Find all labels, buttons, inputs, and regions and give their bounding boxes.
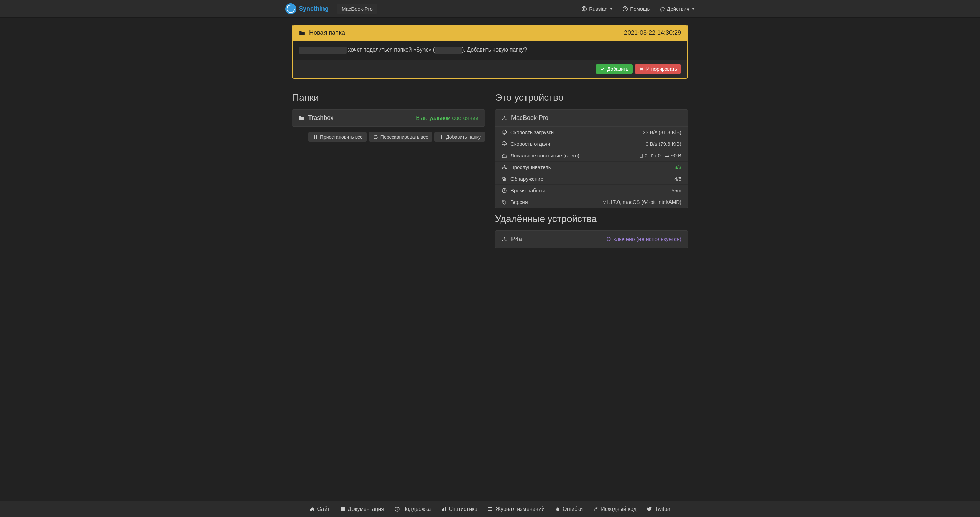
home-icon [310, 506, 315, 512]
cog-icon [659, 6, 665, 11]
globe-icon [581, 6, 587, 11]
cloud-download-icon [501, 130, 507, 135]
pending-folder-alert: Новая папка 2021-08-22 14:30:29 . хочет … [292, 25, 688, 78]
pause-all-button[interactable]: Приостановить все [309, 132, 367, 142]
caret-down-icon [692, 8, 695, 10]
svg-rect-20 [445, 507, 445, 511]
stat-row-download: Скорость загрузки 23 B/s (31.3 KiB) [495, 127, 687, 138]
svg-rect-10 [502, 168, 503, 169]
tag-icon [501, 199, 507, 205]
device-icon [501, 115, 507, 121]
svg-rect-2 [314, 135, 315, 139]
stat-row-listeners: Прослушиватель 3/3 [495, 161, 687, 173]
add-button[interactable]: Добавить [596, 64, 633, 74]
svg-rect-3 [316, 135, 317, 139]
bug-icon [555, 506, 560, 512]
svg-rect-18 [442, 509, 442, 511]
footer-docs-link[interactable]: Документация [340, 506, 384, 512]
question-circle-icon [395, 506, 400, 512]
svg-point-4 [504, 116, 505, 117]
footer-site-link[interactable]: Сайт [310, 506, 330, 512]
navbar: Syncthing MacBook-Pro Russian Помощь [0, 0, 980, 18]
language-dropdown[interactable]: Russian [581, 6, 613, 11]
rescan-all-button[interactable]: Пересканировать все [369, 132, 432, 142]
svg-rect-25 [488, 510, 489, 511]
brand[interactable]: Syncthing [285, 3, 329, 14]
remote-device-name: P4a [511, 236, 522, 243]
folders-heading: Папки [292, 92, 485, 103]
stat-row-uptime: Время работы 55m [495, 185, 687, 196]
pause-icon [313, 134, 318, 140]
close-icon [639, 66, 644, 72]
svg-rect-19 [443, 508, 444, 511]
clock-icon [501, 188, 507, 193]
stat-row-version: Версия v1.17.0, macOS (64-bit Intel/AMD) [495, 196, 687, 207]
brand-text: Syncthing [299, 5, 329, 12]
folder-icon [299, 115, 304, 121]
svg-point-13 [503, 201, 504, 201]
syncthing-logo-icon [285, 3, 296, 14]
remote-device-panel[interactable]: P4a Отключено (не используется) [495, 230, 688, 248]
folder-status: В актуальном состоянии [416, 115, 479, 121]
bar-chart-icon [441, 506, 446, 512]
actions-dropdown[interactable]: Действия [659, 6, 695, 11]
file-icon [639, 153, 643, 158]
alert-message: . хочет поделиться папкой «Sync» (.). До… [293, 41, 687, 60]
footer-changelog-link[interactable]: Журнал изменений [488, 506, 544, 512]
stat-row-discovery: Обнаружение 4/5 [495, 173, 687, 185]
sitemap-icon [501, 164, 507, 170]
twitter-icon [647, 506, 652, 512]
add-folder-button[interactable]: Добавить папку [434, 132, 485, 142]
folder-icon [651, 153, 656, 158]
folder-panel[interactable]: Trashbox В актуальном состоянии [292, 109, 485, 127]
alert-title: Новая папка [309, 29, 345, 37]
svg-rect-11 [505, 168, 507, 169]
svg-point-8 [668, 155, 668, 156]
alert-header: Новая папка 2021-08-22 14:30:29 [293, 25, 687, 41]
redacted-device: . [299, 47, 347, 54]
svg-rect-23 [488, 509, 489, 509]
redacted-folder-id: . [435, 47, 462, 54]
stat-row-local-state: Локальное состояние (всего) 0 [495, 150, 687, 161]
svg-rect-26 [489, 510, 492, 511]
ignore-button[interactable]: Игнорировать [635, 64, 681, 74]
svg-rect-22 [489, 507, 492, 508]
footer-bugs-link[interactable]: Ошибки [555, 506, 583, 512]
alert-timestamp: 2021-08-22 14:30:29 [624, 29, 681, 37]
footer-source-link[interactable]: Исходный код [593, 506, 636, 512]
caret-down-icon [610, 8, 613, 10]
svg-rect-9 [504, 165, 505, 166]
remote-devices-heading: Удалённые устройства [495, 214, 688, 224]
hdd-icon [665, 153, 670, 158]
folder-name: Trashbox [308, 114, 333, 121]
stat-row-upload: Скорость отдачи 0 B/s (79.6 KiB) [495, 138, 687, 150]
footer-support-link[interactable]: Поддержка [395, 506, 431, 512]
remote-device-status: Отключено (не используется) [607, 236, 681, 243]
question-circle-icon [622, 6, 628, 11]
folder-icon [299, 30, 305, 36]
help-link[interactable]: Помощь [622, 6, 650, 11]
book-icon [340, 506, 346, 512]
plus-icon [439, 134, 444, 140]
svg-rect-21 [488, 507, 489, 508]
device-name: MacBook-Pro [511, 114, 548, 121]
svg-point-27 [556, 508, 559, 511]
signpost-icon [501, 176, 507, 182]
refresh-icon [373, 134, 379, 140]
svg-rect-24 [489, 509, 492, 509]
footer-stats-link[interactable]: Статистика [441, 506, 477, 512]
this-device-header[interactable]: MacBook-Pro [495, 110, 687, 126]
wrench-icon [593, 506, 598, 512]
footer: Сайт Документация Поддержка Статистика Ж… [0, 501, 980, 517]
footer-twitter-link[interactable]: Twitter [647, 506, 670, 512]
this-device-heading: Это устройство [495, 92, 688, 103]
device-icon [501, 237, 507, 242]
this-device-panel: MacBook-Pro Скорость загрузки 23 B/s (31… [495, 109, 688, 208]
nav-device-name[interactable]: MacBook-Pro [337, 4, 377, 14]
list-icon [488, 506, 493, 512]
svg-point-14 [504, 237, 505, 238]
cloud-upload-icon [501, 141, 507, 147]
home-icon [501, 153, 507, 158]
check-icon [600, 66, 605, 72]
